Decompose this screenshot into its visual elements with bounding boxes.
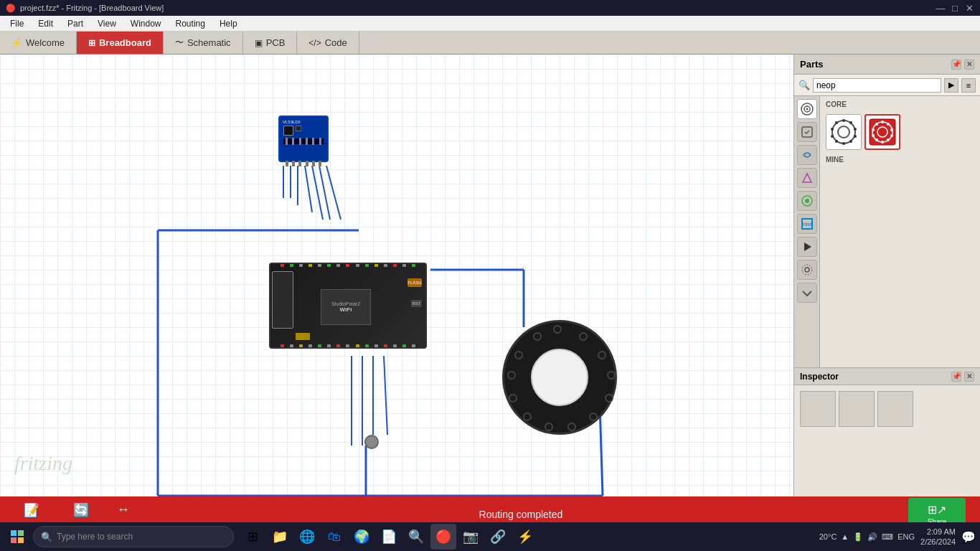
cat-play-button[interactable] bbox=[797, 237, 817, 257]
taskbar-system-icons: 20°C ▲ 🔋 🔊 ⌨ ENG bbox=[819, 532, 915, 542]
parts-search-input[interactable] bbox=[813, 78, 941, 93]
app-icon: 🔴 bbox=[6, 4, 16, 13]
parts-pin-button[interactable]: 📌 bbox=[951, 60, 961, 70]
taskbar-search-text: Type here to search bbox=[57, 532, 133, 542]
parts-panel: Parts 📌 ✕ 🔍 ▶ ≡ bbox=[793, 55, 980, 496]
titlebar-title: 🔴 project.fzz* - Fritzing - [Breadboard … bbox=[6, 4, 164, 13]
led-12 bbox=[533, 332, 542, 341]
menu-file[interactable]: File bbox=[3, 17, 31, 30]
inspector-pin-button[interactable]: 📌 bbox=[951, 372, 961, 382]
button-component[interactable] bbox=[364, 435, 379, 449]
search-menu-button[interactable]: ≡ bbox=[961, 78, 976, 93]
fritzing-logo: fritzing bbox=[14, 452, 72, 475]
taskbar-app-arduino[interactable]: ⚡ bbox=[512, 524, 538, 550]
ring-outer bbox=[502, 320, 617, 435]
nodemcu-bottom-pins bbox=[278, 344, 418, 347]
tab-schematic[interactable]: 〜 Schematic bbox=[164, 32, 243, 54]
svg-text:intel: intel bbox=[802, 222, 811, 227]
tab-breadboard[interactable]: ⊞ Breadboard bbox=[77, 32, 164, 54]
inspector-header-controls: 📌 ✕ bbox=[951, 372, 974, 382]
neopixel-ring[interactable] bbox=[502, 320, 617, 435]
led-7 bbox=[545, 423, 553, 431]
part-thumb-0[interactable] bbox=[826, 114, 862, 150]
category-sidebar: intel bbox=[794, 96, 820, 367]
parts-close-button[interactable]: ✕ bbox=[964, 60, 974, 70]
menu-window[interactable]: Window bbox=[123, 17, 169, 30]
led-11 bbox=[514, 351, 523, 359]
search-icon: 🔍 bbox=[798, 80, 810, 90]
taskbar-keyboard-icon: ⌨ bbox=[882, 532, 893, 542]
taskbar-search-icon: 🔍 bbox=[41, 532, 52, 542]
core-label: CORE bbox=[823, 99, 977, 110]
maximize-button[interactable]: □ bbox=[950, 3, 960, 13]
inspector-header: Inspector 📌 ✕ bbox=[794, 368, 980, 385]
taskbar-temp: 20°C bbox=[819, 532, 837, 541]
svg-point-30 bbox=[832, 121, 855, 143]
tab-welcome[interactable]: ⚡ Welcome bbox=[0, 32, 77, 54]
svg-rect-56 bbox=[18, 530, 24, 536]
parts-content: CORE bbox=[820, 96, 980, 367]
taskbar-app-word[interactable]: 📄 bbox=[376, 524, 402, 550]
cat-adafruit-button[interactable] bbox=[797, 168, 817, 188]
nodemcu-rst-btn[interactable]: RST bbox=[411, 300, 422, 307]
tab-code[interactable]: </> Code bbox=[297, 32, 359, 54]
menu-routing[interactable]: Routing bbox=[169, 17, 212, 30]
schematic-icon: 〜 bbox=[175, 37, 184, 49]
menu-part[interactable]: Part bbox=[60, 17, 90, 30]
svg-point-45 bbox=[881, 121, 884, 123]
inspector-box-3 bbox=[877, 391, 913, 427]
taskbar-app-camera[interactable]: 📷 bbox=[458, 524, 484, 550]
vl53-sensor[interactable]: VL53L0X bbox=[278, 116, 329, 162]
taskbar-clock: 2:09 AM 2/26/2024 bbox=[920, 527, 956, 547]
cat-settings-button[interactable] bbox=[797, 260, 817, 280]
taskbar-volume-icon: 🔊 bbox=[867, 532, 877, 542]
svg-rect-57 bbox=[11, 537, 17, 543]
led-4 bbox=[605, 394, 613, 402]
svg-point-48 bbox=[890, 134, 893, 137]
breadboard-canvas[interactable]: fritzing bbox=[0, 55, 793, 496]
taskbar-app-explorer[interactable]: 📁 bbox=[267, 524, 293, 550]
part-thumb-1[interactable] bbox=[864, 114, 900, 150]
titlebar: 🔴 project.fzz* - Fritzing - [Breadboard … bbox=[0, 0, 980, 16]
menu-edit[interactable]: Edit bbox=[31, 17, 60, 30]
minimize-button[interactable]: — bbox=[936, 3, 946, 13]
taskbar-search[interactable]: 🔍 Type here to search bbox=[33, 526, 234, 547]
titlebar-text: project.fzz* - Fritzing - [Breadboard Vi… bbox=[20, 4, 164, 12]
taskbar-app-taskview[interactable]: ⊞ bbox=[240, 524, 265, 550]
mine-label: MINE bbox=[823, 154, 977, 165]
tab-pcb[interactable]: ▣ PCB bbox=[243, 32, 298, 54]
nodemcu-flash-btn[interactable]: FLASH bbox=[407, 278, 422, 287]
parts-grid bbox=[823, 111, 977, 153]
svg-point-40 bbox=[831, 128, 834, 131]
search-submit-button[interactable]: ▶ bbox=[944, 78, 958, 93]
led-3 bbox=[607, 371, 616, 380]
svg-point-49 bbox=[887, 138, 890, 141]
close-button[interactable]: ✕ bbox=[964, 3, 974, 13]
taskbar-date: 2/26/2024 bbox=[920, 537, 956, 547]
cat-intel-button[interactable]: intel bbox=[797, 214, 817, 234]
cat-more-button[interactable] bbox=[797, 283, 817, 303]
svg-point-54 bbox=[875, 123, 878, 126]
taskbar-app-search2[interactable]: 🔍 bbox=[403, 524, 429, 550]
cat-seeed-button[interactable] bbox=[797, 191, 817, 211]
taskbar-app-chrome[interactable]: 🌍 bbox=[349, 524, 374, 550]
start-button[interactable] bbox=[4, 524, 30, 550]
taskbar-app-store[interactable]: 🛍 bbox=[321, 524, 347, 550]
inspector-box-1 bbox=[800, 391, 836, 427]
taskbar-app-edge[interactable]: 🌐 bbox=[294, 524, 320, 550]
taskbar-right: 20°C ▲ 🔋 🔊 ⌨ ENG 2:09 AM 2/26/2024 💬 bbox=[819, 527, 976, 547]
code-icon: </> bbox=[308, 38, 321, 48]
cat-arduino-button[interactable] bbox=[797, 145, 817, 165]
menu-view[interactable]: View bbox=[90, 17, 123, 30]
menu-help[interactable]: Help bbox=[212, 17, 245, 30]
share-icon: ⊞↗ bbox=[928, 503, 946, 517]
cat-core-button[interactable] bbox=[797, 99, 817, 119]
inspector-close-button[interactable]: ✕ bbox=[964, 372, 974, 382]
taskbar-app-link[interactable]: 🔗 bbox=[485, 524, 511, 550]
taskbar-notification-button[interactable]: 💬 bbox=[961, 529, 976, 544]
taskbar-arrow-icon: ▲ bbox=[841, 532, 849, 541]
nodemcu-board[interactable]: StudioPolar2 WiFi FLASH RST bbox=[269, 263, 427, 349]
cat-mine-button[interactable] bbox=[797, 122, 817, 142]
taskbar-app-fritzing[interactable]: 🔴 bbox=[430, 524, 456, 550]
svg-point-28 bbox=[805, 268, 809, 272]
